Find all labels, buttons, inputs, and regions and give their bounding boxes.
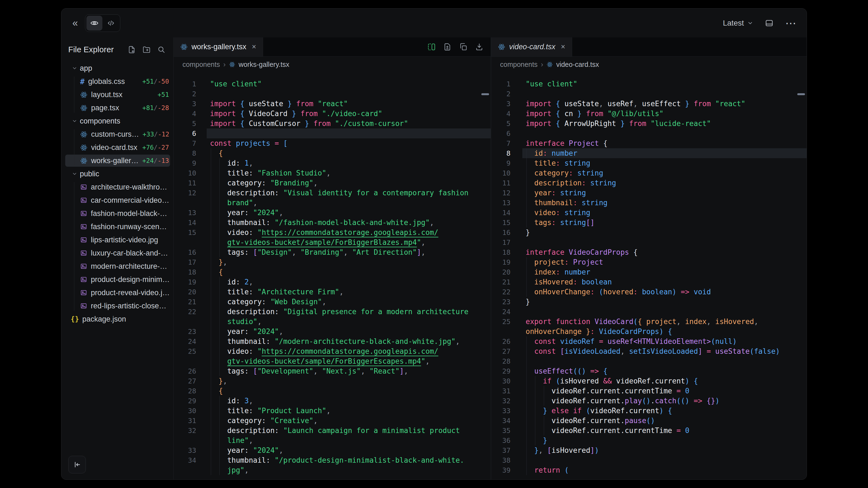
code-line: 22 onHoverChange: (hovered: boolean) => …: [491, 287, 807, 297]
code-line: 21 isHovered: boolean: [491, 277, 807, 287]
file-name: luxury-car-black-and-…: [91, 249, 168, 258]
tree-item-app[interactable]: app: [61, 62, 174, 75]
tree-item-video-card.tsx[interactable]: video-card.tsx+76/-27: [61, 141, 174, 154]
code-toggle-button[interactable]: [103, 16, 119, 31]
react-icon: [229, 61, 235, 68]
indent-guide: [535, 376, 535, 445]
code-line: 14 video: string: [491, 208, 807, 218]
code-text: import { cn } from "@/lib/utils": [522, 109, 807, 119]
code-text: onHoverChange: (hovered: boolean) => voi…: [522, 287, 807, 297]
search-button[interactable]: [157, 45, 166, 54]
code-text: thumbnail: string: [522, 198, 807, 208]
indent-guide: [544, 386, 544, 406]
tree-item-page.tsx[interactable]: page.tsx+81/-28: [61, 101, 174, 115]
code-text: year: "2024",: [207, 445, 491, 455]
code-line: 34 videoRef.current.pause(): [491, 416, 807, 426]
tree-item-red-lips-artistic-close-[interactable]: red-lips-artistic-close…: [61, 299, 174, 313]
tree-item-components[interactable]: components: [61, 115, 174, 128]
tree-item-car-commercial-video-[interactable]: car-commercial-video…: [61, 194, 174, 207]
tab-video-card[interactable]: video-card.tsx ×: [491, 37, 572, 56]
tree-item-layout.tsx[interactable]: layout.tsx+51: [61, 88, 174, 101]
tree-item-luxury-car-black-and-[interactable]: luxury-car-black-and-…: [61, 247, 174, 260]
css-hash-icon: #: [80, 77, 85, 86]
code-line: 23 year: "2024",: [174, 327, 491, 336]
tree-item-fashion-model-black-[interactable]: fashion-model-black-…: [61, 207, 174, 220]
braces-icon: {}: [71, 315, 79, 323]
tree-item-public[interactable]: public: [61, 167, 174, 181]
code-text: return (: [522, 465, 807, 475]
panel-layout-button[interactable]: [765, 19, 774, 28]
line-number: 27: [491, 348, 510, 355]
collapse-left-button[interactable]: «: [70, 18, 81, 28]
file-name: custom-curs…: [91, 130, 139, 139]
tree-item-modern-architecture-[interactable]: modern-architecture-…: [61, 260, 174, 273]
new-file-button[interactable]: [127, 45, 136, 54]
tree-item-package.json[interactable]: {}package.json: [61, 313, 174, 326]
code-text: [522, 356, 807, 366]
code-line: 3import { useState, useRef, useEffect } …: [491, 99, 807, 109]
preview-toggle-button[interactable]: [86, 16, 102, 31]
code-line: 13 year: "2024",: [174, 208, 491, 218]
tree-item-fashion-runway-scen-[interactable]: fashion-runway-scen…: [61, 220, 174, 233]
tree-item-lips-artistic-video.jpg[interactable]: lips-artistic-video.jpg: [61, 233, 174, 247]
tree-item-architecture-walkthro-[interactable]: architecture-walkthro…: [61, 181, 174, 194]
code-line: 29 useEffect(() => {: [491, 366, 807, 376]
code-line: 5import { CustomCursor } from "./custom-…: [174, 119, 491, 128]
breadcrumb-file[interactable]: video-card.tsx: [556, 61, 599, 68]
code-text: tags: string[]: [522, 218, 807, 227]
tab-works-gallery[interactable]: works-gallery.tsx ×: [174, 37, 263, 56]
code-line: 32 description: "Launch campaign for a m…: [174, 426, 491, 435]
code-text: year: "2024",: [207, 327, 491, 336]
code-line: 17: [491, 237, 807, 247]
image-icon: [80, 263, 87, 270]
split-view-button[interactable]: [427, 43, 436, 51]
breadcrumb-folder[interactable]: components: [500, 61, 537, 68]
indent-guide: [544, 416, 544, 435]
image-icon: [80, 302, 87, 310]
download-icon: [475, 43, 484, 51]
close-icon[interactable]: ×: [559, 43, 565, 51]
line-number: 4: [491, 110, 510, 118]
code-line: 10 category: string: [491, 168, 807, 178]
tree-item-product-reveal-video.j-[interactable]: product-reveal-video.j…: [61, 286, 174, 299]
scrollbar-thumb[interactable]: [481, 93, 489, 95]
code-line: 10 title: "Fashion Studio",: [174, 168, 491, 178]
download-button[interactable]: [475, 43, 484, 51]
code-line: 28: [491, 356, 807, 366]
file-diff-button[interactable]: [443, 43, 452, 51]
breadcrumb-folder[interactable]: components: [182, 61, 220, 68]
code-line: 19 id: 2,: [174, 277, 491, 287]
breadcrumb-file[interactable]: works-gallery.tsx: [239, 61, 289, 68]
code-line: 14 thumbnail: "/fashion-model-black-and-…: [174, 218, 491, 227]
code-line: line",: [174, 435, 491, 445]
version-dropdown[interactable]: Latest: [723, 19, 753, 28]
tree-item-globals.css[interactable]: #globals.css+51/-50: [61, 75, 174, 88]
collapse-sidebar-button[interactable]: [68, 456, 86, 474]
line-number: 32: [174, 427, 196, 435]
line-number: 10: [491, 169, 510, 177]
code-line: 15 tags: string[]: [491, 218, 807, 227]
tree-item-product-design-minim-[interactable]: product-design-minim…: [61, 273, 174, 286]
new-folder-button[interactable]: [142, 45, 151, 54]
line-number: 16: [174, 249, 196, 256]
line-number: 17: [491, 238, 510, 247]
more-options-button[interactable]: ⋯: [785, 17, 797, 29]
tree-item-custom-curs-[interactable]: custom-curs…+33/-12: [61, 128, 174, 141]
line-number: 34: [174, 456, 196, 464]
code-line: 8 {: [174, 148, 491, 158]
line-number: 13: [174, 209, 196, 217]
copy-button[interactable]: [459, 43, 468, 51]
code-editor-works-gallery[interactable]: 1"use client"23import { useState } from …: [174, 72, 491, 480]
close-icon[interactable]: ×: [250, 43, 256, 51]
code-line: 25 video: "https://commondatastorage.goo…: [174, 346, 491, 356]
code-editor-video-card[interactable]: 1"use client"23import { useState, useRef…: [491, 72, 807, 480]
tree-item-works-galler-[interactable]: works-galler…+24/-13: [61, 154, 174, 167]
scrollbar-thumb[interactable]: [797, 93, 805, 95]
file-name: product-design-minim…: [91, 275, 170, 284]
line-number: 2: [174, 90, 196, 98]
code-line: 26 const videoRef = useRef<HTMLVideoElem…: [491, 336, 807, 346]
code-text: brand",: [207, 198, 491, 208]
line-number: 22: [491, 288, 510, 296]
code-text: id: number: [522, 148, 807, 158]
line-number: 18: [174, 268, 196, 276]
